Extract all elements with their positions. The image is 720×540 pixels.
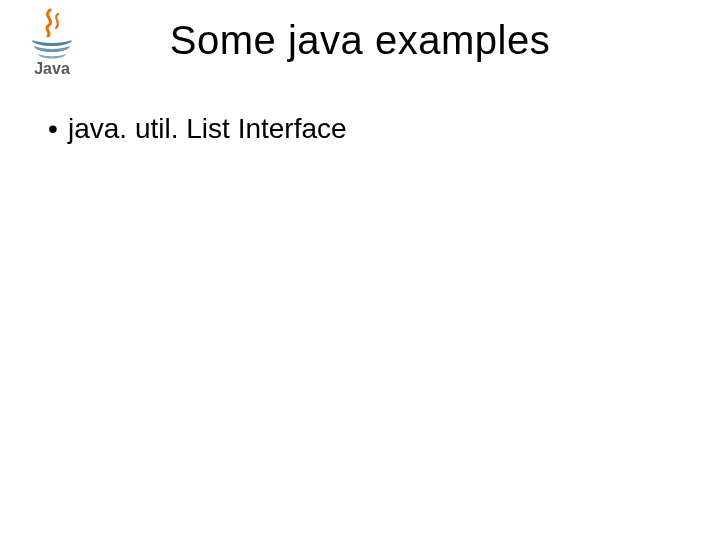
slide: Java Some java examples java. util. List… [0,0,720,540]
bullet-list: java. util. List Interface [40,110,680,148]
bullet-text: java. util. List Interface [68,113,347,144]
bullet-item: java. util. List Interface [40,110,680,148]
slide-title: Some java examples [0,18,720,63]
slide-body: java. util. List Interface [40,110,680,148]
